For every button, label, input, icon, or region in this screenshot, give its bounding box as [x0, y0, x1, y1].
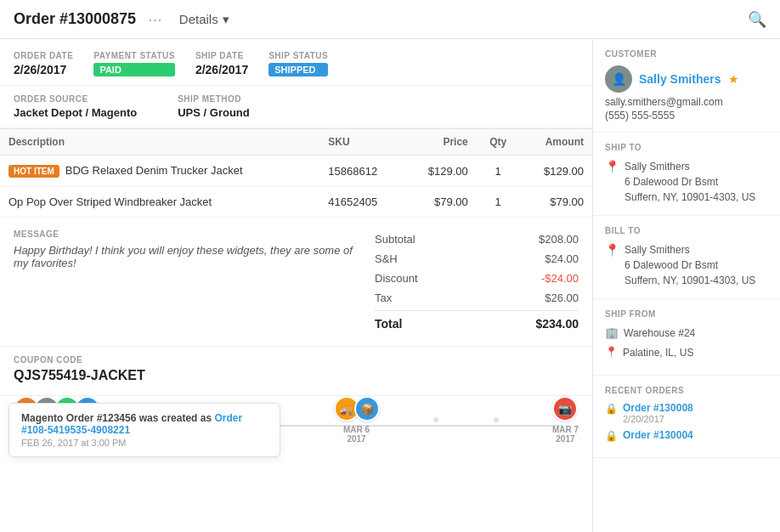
timeline-dot-4 — [432, 416, 440, 424]
subtotal-label: Subtotal — [375, 233, 415, 246]
ship-to-section: SHIP TO 📍 Sally Smithers 6 Dalewood Dr B… — [593, 133, 780, 216]
sh-value: $24.00 — [545, 252, 579, 265]
warehouse-icon: 🏢 — [605, 326, 619, 339]
event-3-icons: 📷 — [552, 396, 578, 422]
bill-to-label: BILL TO — [605, 226, 768, 235]
sh-row: S&H $24.00 — [375, 249, 579, 269]
tooltip-order-ref: Magento Order #123456 — [21, 412, 136, 424]
coupon-label: COUPON CODE — [14, 355, 579, 365]
message-section: MESSAGE Happy Birthday! I think you will… — [14, 229, 361, 334]
ship-method-item: SHIP METHOD UPS / Ground — [178, 94, 250, 119]
customer-avatar: 👤 — [605, 65, 632, 93]
lock-icon: 🔒 — [605, 403, 618, 415]
timeline-tooltip: Magento Order #123456 was created as Ord… — [8, 403, 280, 457]
ship-to-label: SHIP TO — [605, 143, 768, 152]
col-sku: SKU — [319, 129, 404, 156]
row-sku-2: 41652405 — [319, 187, 404, 218]
ship-date-label: SHIP DATE — [195, 51, 248, 60]
main-layout: ORDER DATE 2/26/2017 PAYMENT STATUS PAID… — [0, 39, 780, 532]
order-title: Order #13000875 — [14, 10, 136, 28]
more-options-button[interactable]: ··· — [148, 9, 162, 29]
order-date-label: ORDER DATE — [14, 51, 73, 60]
ship-from-section: SHIP FROM 🏢 Warehouse #24 📍 Palatine, IL… — [593, 299, 780, 376]
left-panel: ORDER DATE 2/26/2017 PAYMENT STATUS PAID… — [0, 39, 593, 532]
total-label: Total — [375, 317, 402, 331]
recent-order-item-2: 🔒 Order #130004 — [605, 429, 768, 442]
row-amount-2: $79.00 — [520, 187, 592, 218]
timeline-event-2: 🚚 📦 MAR 62017 — [334, 396, 380, 444]
timeline-dot-5 — [492, 416, 500, 424]
customer-row: 👤 Sally Smithers ★ — [605, 65, 768, 93]
ship-from-warehouse-row: 🏢 Warehouse #24 — [605, 325, 768, 341]
event-2-date: MAR 62017 — [343, 425, 370, 444]
search-icon[interactable]: 🔍 — [748, 10, 766, 29]
customer-label: CUSTOMER — [605, 49, 768, 59]
tax-row: Tax $26.00 — [375, 288, 579, 308]
customer-name[interactable]: Sally Smithers — [639, 72, 721, 86]
sh-label: S&H — [375, 252, 398, 265]
ship-to-address: 📍 Sally Smithers 6 Dalewood Dr Bsmt Suff… — [605, 159, 768, 205]
timeline-event-3: 📷 MAR 72017 — [552, 396, 579, 444]
ship-method-label: SHIP METHOD — [178, 94, 250, 104]
tooltip-date: FEB 26, 2017 at 3:00 PM — [21, 438, 268, 448]
row-desc-2: Op Pop Over Striped Windbreaker Jacket — [0, 187, 319, 218]
order-source-value: Jacket Depot / Magento — [14, 106, 137, 119]
chevron-down-icon: ▾ — [223, 12, 229, 27]
order-table: Description SKU Price Qty Amount HOT ITE… — [0, 128, 592, 218]
ship-from-warehouse: Warehouse #24 — [624, 325, 695, 341]
payment-status-item: PAYMENT STATUS PAID — [93, 51, 175, 76]
bottom-section: MESSAGE Happy Birthday! I think you will… — [0, 218, 592, 347]
order-source-item: ORDER SOURCE Jacket Depot / Magento — [14, 94, 137, 119]
ship-status-badge: SHIPPED — [268, 63, 328, 76]
subtotal-value: $208.00 — [539, 233, 579, 246]
order-date-value: 2/26/2017 — [14, 63, 73, 76]
discount-row: Discount -$24.00 — [375, 269, 579, 288]
col-description: Description — [0, 129, 319, 156]
row-price-1: $129.00 — [404, 156, 476, 187]
discount-value: -$24.00 — [541, 272, 579, 285]
ship-date-item: SHIP DATE 2/26/2017 — [195, 51, 248, 76]
total-value: $234.00 — [535, 317, 579, 331]
row-sku-1: 15868612 — [319, 156, 404, 187]
event-3-date: MAR 72017 — [552, 425, 579, 444]
message-value: Happy Birthday! I think you will enjoy t… — [14, 244, 361, 269]
message-label: MESSAGE — [14, 229, 361, 239]
ship-method-value: UPS / Ground — [178, 106, 250, 119]
recent-orders-label: RECENT ORDERS — [605, 386, 768, 395]
ship-to-addr2: Suffern, NY, 10901-4303, US — [625, 191, 755, 203]
recent-order-item-1: 🔒 Order #130008 2/20/2017 — [605, 402, 768, 424]
row-qty-1: 1 — [477, 156, 520, 187]
payment-status-label: PAYMENT STATUS — [93, 51, 175, 60]
bill-location-icon: 📍 — [605, 243, 619, 288]
details-label: Details — [179, 12, 218, 26]
ship-from-location-row: 📍 Palatine, IL, US — [605, 345, 768, 360]
bill-to-addr2: Suffern, NY, 10901-4303, US — [625, 274, 755, 286]
ship-from-location: Palatine, IL, US — [623, 345, 693, 360]
discount-label: Discount — [375, 272, 418, 285]
details-dropdown[interactable]: Details ▾ — [179, 12, 229, 27]
summary-section: Subtotal $208.00 S&H $24.00 Discount -$2… — [375, 229, 579, 334]
payment-status-badge: PAID — [93, 63, 175, 76]
right-panel: CUSTOMER 👤 Sally Smithers ★ sally.smithe… — [593, 39, 780, 532]
tax-label: Tax — [375, 291, 392, 304]
row-price-2: $79.00 — [404, 187, 476, 218]
order-link-2[interactable]: Order #130004 — [623, 429, 693, 441]
order-date-item: ORDER DATE 2/26/2017 — [14, 51, 73, 76]
bill-to-text: Sally Smithers 6 Dalewood Dr Bsmt Suffer… — [625, 242, 755, 288]
customer-email[interactable]: sally.smithers@gmail.com — [605, 96, 768, 108]
delivery-icon: 📦 — [354, 396, 380, 422]
timeline-area: Magento Order #123456 was created as Ord… — [0, 395, 592, 480]
order-link-1[interactable]: Order #130008 — [623, 402, 693, 414]
ship-from-label: SHIP FROM — [605, 309, 768, 319]
order-source-label: ORDER SOURCE — [14, 94, 137, 104]
customer-section: CUSTOMER 👤 Sally Smithers ★ sally.smithe… — [593, 39, 780, 133]
subtotal-row: Subtotal $208.00 — [375, 229, 579, 249]
bill-to-name: Sally Smithers — [625, 244, 690, 256]
col-amount: Amount — [520, 129, 592, 156]
instagram-icon: 📷 — [552, 396, 578, 422]
row-qty-2: 1 — [477, 187, 520, 218]
hot-item-badge: HOT ITEM — [8, 165, 59, 178]
order-date-1: 2/20/2017 — [623, 414, 693, 424]
table-row-1: HOT ITEMBDG Relaxed Denim Trucker Jacket… — [0, 156, 592, 187]
bill-to-address: 📍 Sally Smithers 6 Dalewood Dr Bsmt Suff… — [605, 242, 768, 288]
